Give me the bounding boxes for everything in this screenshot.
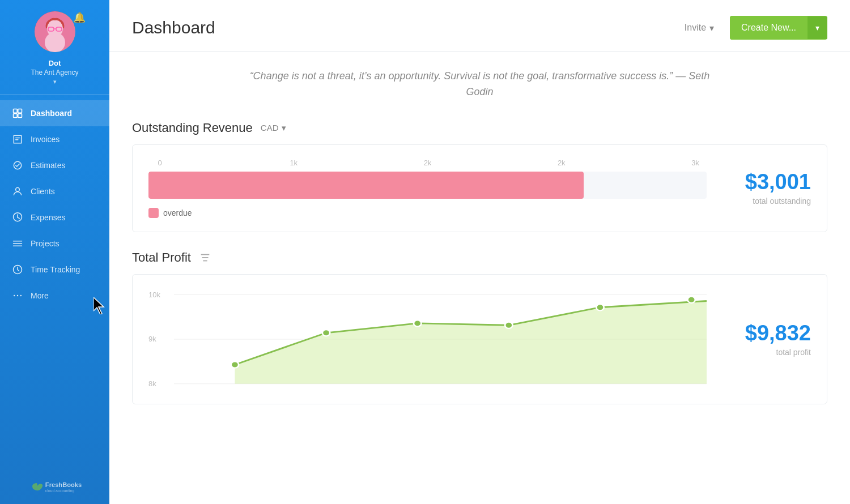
create-new-chevron-icon[interactable]: ▾ — [808, 16, 827, 39]
sidebar-item-time-tracking[interactable]: Time Tracking — [0, 257, 109, 283]
total-profit-header: Total Profit — [132, 250, 827, 265]
outstanding-summary: $3,001 total outstanding — [720, 159, 811, 218]
y-label-8k: 8k — [148, 380, 160, 387]
header-actions: Invite ▾ Create New... ▾ — [678, 16, 827, 40]
legend-label-overdue: overdue — [163, 208, 192, 217]
svg-rect-7 — [18, 109, 22, 113]
currency-label: CAD — [261, 123, 279, 133]
company-name: The Ant Agency — [31, 69, 78, 76]
svg-rect-8 — [14, 114, 18, 118]
svg-point-23 — [231, 361, 239, 368]
axis-label-3k: 3k — [684, 159, 707, 167]
sidebar-bottom: FreshBooks cloud accounting — [0, 469, 109, 504]
more-icon — [11, 289, 24, 302]
sidebar-item-invoices-label: Invoices — [31, 135, 60, 144]
sidebar-item-more-label: More — [31, 291, 49, 300]
create-new-label[interactable]: Create New... — [730, 16, 808, 40]
outstanding-total-amount: $3,001 — [745, 170, 811, 194]
svg-point-26 — [505, 322, 512, 328]
sidebar-item-dashboard[interactable]: Dashboard — [0, 100, 109, 126]
profit-total-amount: $9,832 — [745, 322, 811, 345]
svg-point-2 — [45, 32, 65, 52]
sidebar-item-expenses[interactable]: Expenses — [0, 204, 109, 230]
bar-chart-wrap: 0 1k 2k 2k 3k overdue $3,001 — [148, 159, 811, 218]
bar-container — [148, 172, 707, 199]
sidebar-item-projects-label: Projects — [31, 239, 60, 248]
bar-axis: 0 1k 2k 2k 3k — [148, 159, 707, 167]
sidebar-item-estimates-label: Estimates — [31, 161, 65, 170]
user-menu-chevron-icon[interactable]: ▾ — [53, 78, 57, 86]
svg-text:FreshBooks: FreshBooks — [45, 481, 81, 488]
svg-rect-9 — [18, 114, 22, 118]
dashboard-icon — [11, 107, 24, 119]
sidebar-item-projects[interactable]: Projects — [0, 230, 109, 257]
sidebar-item-clients[interactable]: Clients — [0, 178, 109, 204]
estimates-icon — [11, 159, 24, 172]
user-name: Dot — [49, 59, 61, 67]
profit-total-label: total profit — [776, 348, 811, 357]
y-label-10k: 10k — [148, 291, 160, 298]
svg-point-27 — [596, 304, 604, 310]
sidebar-item-clients-label: Clients — [31, 187, 55, 196]
invoices-icon — [11, 133, 24, 146]
svg-point-24 — [322, 330, 330, 336]
create-new-button[interactable]: Create New... ▾ — [730, 16, 827, 40]
bar-chart-area: 0 1k 2k 2k 3k overdue — [148, 159, 707, 218]
svg-text:cloud accounting: cloud accounting — [45, 489, 74, 493]
outstanding-revenue-chart-card: 0 1k 2k 2k 3k overdue $3,001 — [132, 144, 827, 232]
axis-label-1k: 1k — [282, 159, 305, 167]
overdue-bar — [148, 172, 584, 199]
svg-rect-6 — [14, 109, 18, 113]
sidebar-nav: Dashboard Invoices Estimates Clients — [0, 95, 109, 469]
legend-dot-overdue — [148, 208, 159, 218]
currency-chevron-icon: ▾ — [282, 123, 286, 133]
sidebar-item-invoices[interactable]: Invoices — [0, 126, 109, 152]
time-tracking-icon — [11, 263, 24, 276]
total-profit-title: Total Profit — [132, 250, 191, 265]
sidebar: 🔔 Dot The Ant Agency ▾ Dashboard Invoice… — [0, 0, 109, 504]
svg-point-14 — [20, 295, 22, 297]
svg-point-28 — [687, 296, 695, 302]
main-content: Dashboard Invite ▾ Create New... ▾ “Chan… — [109, 0, 850, 504]
line-y-labels: 10k 9k 8k — [148, 288, 160, 390]
page-title: Dashboard — [132, 18, 215, 37]
axis-label-0: 0 — [148, 159, 171, 167]
content-area: “Change is not a threat, it’s an opportu… — [109, 52, 850, 504]
sidebar-item-estimates[interactable]: Estimates — [0, 152, 109, 178]
axis-label-2k-1: 2k — [416, 159, 439, 167]
sidebar-item-expenses-label: Expenses — [31, 213, 65, 222]
freshbooks-logo: FreshBooks cloud accounting — [27, 477, 83, 496]
sidebar-item-more[interactable]: More — [0, 283, 109, 309]
sidebar-item-time-tracking-label: Time Tracking — [31, 265, 80, 274]
currency-selector[interactable]: CAD ▾ — [261, 123, 286, 133]
line-chart-svg — [174, 288, 707, 390]
motivational-quote: “Change is not a threat, it’s an opportu… — [239, 69, 721, 100]
svg-point-12 — [14, 295, 15, 297]
clients-icon — [11, 185, 24, 198]
bar-legend: overdue — [148, 208, 707, 218]
profit-summary: $9,832 total profit — [720, 288, 811, 390]
sidebar-user-section: 🔔 Dot The Ant Agency ▾ — [0, 0, 109, 95]
invite-button[interactable]: Invite ▾ — [678, 18, 721, 38]
axis-label-2k-2: 2k — [550, 159, 573, 167]
line-chart-area: 10k 9k 8k — [148, 288, 707, 390]
notification-bell-icon[interactable]: 🔔 — [73, 11, 86, 24]
y-label-9k: 9k — [148, 335, 160, 343]
projects-icon — [11, 237, 24, 250]
header: Dashboard Invite ▾ Create New... ▾ — [109, 0, 850, 52]
outstanding-total-label: total outstanding — [753, 197, 811, 206]
svg-point-13 — [17, 295, 19, 297]
avatar[interactable] — [35, 11, 75, 52]
total-profit-chart-card: 10k 9k 8k — [132, 274, 827, 404]
avatar-wrap: 🔔 — [35, 11, 75, 52]
line-chart-wrap: 10k 9k 8k — [148, 288, 811, 390]
outstanding-revenue-title: Outstanding Revenue — [132, 121, 253, 135]
svg-point-25 — [414, 320, 421, 326]
expenses-icon — [11, 211, 24, 224]
svg-point-10 — [16, 187, 20, 191]
invite-label: Invite — [685, 23, 706, 33]
outstanding-revenue-header: Outstanding Revenue CAD ▾ — [132, 121, 827, 135]
invite-chevron-icon: ▾ — [709, 23, 714, 33]
sidebar-item-dashboard-label: Dashboard — [31, 109, 72, 118]
filter-icon[interactable] — [199, 251, 211, 264]
